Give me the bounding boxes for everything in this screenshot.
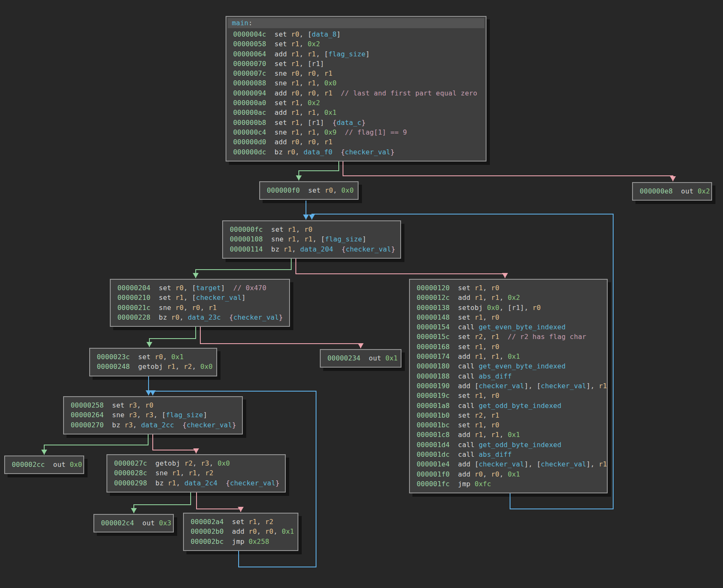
token-r: r0 — [304, 225, 313, 233]
token-i: 0x0 — [324, 79, 337, 87]
token-p: ] — [242, 294, 246, 302]
basic-block-00000258[interactable]: 00000258 set r3, r000000264 sne r3, r3, … — [63, 396, 243, 434]
token-m: jmp — [458, 480, 474, 488]
token-i: 0x9 — [324, 128, 337, 136]
basic-block-0000023c[interactable]: 0000023c set r0, 0x100000248 getobj r1, … — [89, 348, 217, 376]
basic-block-000002a4[interactable]: 000002a4 set r1, r2000002b0 add r0, r0, … — [183, 513, 298, 551]
token-p: ], [ — [524, 460, 541, 468]
instruction-line: 000002a4 set r1, r2 — [184, 517, 298, 527]
token-p — [450, 294, 458, 302]
token-p — [266, 69, 275, 77]
token-i: 0x2 — [698, 187, 710, 195]
token-r: r0 — [291, 89, 300, 97]
instruction-line: 00000070 set r1, [r1] — [226, 59, 486, 69]
instruction-line: 0000015c set r2, r1 // r2 has flag char — [410, 332, 607, 342]
token-r: r2 — [205, 469, 213, 477]
basic-block-000002cc[interactable]: 000002cc out 0x0 — [4, 456, 84, 474]
basic-block-main[interactable]: main:0000004c set r0, [data_8]00000058 s… — [226, 16, 486, 162]
instruction-line: 00000138 setobj 0x0, [r1], r0 — [410, 303, 607, 313]
token-p: , — [500, 470, 508, 478]
instruction-line: 00000154 call get_even_byte_indexed — [410, 322, 607, 332]
instruction-line: 00000064 add r1, r1, [flag_size] — [226, 49, 486, 59]
token-p — [147, 479, 156, 487]
instruction-address: 000000a0 — [233, 99, 266, 107]
token-p — [450, 431, 458, 439]
token-p: , — [137, 401, 145, 409]
instruction-address: 000000b8 — [233, 119, 266, 127]
instruction-line: 000000fc set r1, r0 — [223, 225, 400, 234]
instruction-line: 000001a8 call get_odd_byte_indexed — [410, 401, 607, 411]
instruction-line: 000000b8 set r1, [r1] {data_c} — [226, 118, 486, 127]
token-r: r2 — [475, 411, 483, 419]
instruction-line: 0000021c sne r0, r0, r1 — [111, 303, 289, 313]
token-r: r0 — [475, 470, 483, 478]
token-b: } — [391, 148, 395, 156]
token-m: sne — [274, 128, 291, 136]
instruction-line: 000001b0 set r2, r1 — [410, 411, 607, 420]
token-r: r0 — [145, 401, 154, 409]
basic-block-00000120[interactable]: 00000120 set r1, r00000012c add r1, r1, … — [409, 279, 608, 493]
token-s: abs_diff — [479, 372, 512, 380]
token-r: r1 — [491, 431, 500, 439]
basic-block-0000027c[interactable]: 0000027c getobj r2, r3, 0x00000028c sne … — [106, 454, 286, 493]
token-b: } — [232, 421, 237, 429]
basic-block-00000204[interactable]: 00000204 set r0, [target] // 0x470000002… — [110, 279, 290, 327]
token-m: set — [458, 284, 474, 292]
token-r: r1 — [291, 109, 300, 117]
token-r: r1 — [475, 284, 483, 292]
token-r: r1 — [324, 69, 332, 77]
token-m: call — [458, 362, 478, 370]
token-s: get_even_byte_indexed — [479, 362, 566, 370]
token-p: ], [ — [524, 382, 541, 390]
token-p: ] — [337, 30, 341, 38]
token-m: set — [271, 225, 287, 233]
basic-block-000002c4[interactable]: 000002c4 out 0x3 — [93, 514, 174, 532]
token-r: r1 — [324, 89, 332, 97]
instruction-line: 00000094 add r0, r0, r1 // last and firs… — [226, 88, 486, 98]
token-p: , — [299, 50, 308, 58]
token-r: r1 — [475, 352, 483, 360]
token-r: r1 — [308, 79, 316, 87]
instruction-address: 0000004c — [233, 30, 266, 38]
token-p — [450, 284, 458, 292]
token-m: set — [159, 284, 175, 292]
token-m: set — [274, 119, 291, 127]
token-m: setobj — [458, 304, 487, 312]
token-b: } — [391, 245, 396, 253]
token-s: get_odd_byte_indexed — [479, 441, 562, 449]
token-s: data_f0 — [303, 148, 332, 156]
token-m: set — [458, 313, 474, 321]
token-p — [450, 333, 458, 341]
token-m: call — [458, 372, 478, 380]
token-p: , — [257, 527, 265, 535]
basic-block-000000f0[interactable]: 000000f0 set r0, 0x0 — [259, 181, 359, 200]
token-i: 0x1 — [324, 109, 337, 117]
token-p — [224, 518, 232, 526]
token-r: r1 — [599, 460, 607, 468]
token-r: r1 — [491, 333, 500, 341]
token-m: set — [274, 60, 291, 68]
token-r: r1 — [304, 235, 313, 243]
token-p: , [r1] — [299, 119, 332, 127]
token-r: r0 — [491, 313, 500, 321]
token-i: 0x258 — [249, 538, 269, 546]
token-s: checker_val — [230, 479, 275, 487]
token-m: sne — [112, 411, 128, 419]
token-p: , — [500, 352, 508, 360]
token-p: , — [316, 79, 324, 87]
token-p: , — [483, 470, 491, 478]
token-i: 0xfc — [475, 480, 491, 488]
instruction-line: 000001d4 call get_odd_byte_indexed — [410, 440, 607, 450]
instruction-address: 00000070 — [233, 60, 266, 68]
token-r: r1 — [175, 294, 184, 302]
token-m: out — [142, 519, 159, 527]
instruction-address: 00000094 — [233, 89, 266, 97]
token-m: set — [458, 343, 474, 351]
basic-block-00000234[interactable]: 00000234 out 0x1 — [320, 349, 401, 368]
token-r: r2 — [265, 518, 274, 526]
token-s: checker_val — [541, 460, 586, 468]
basic-block-000000fc[interactable]: 000000fc set r1, r000000108 sne r1, r1, … — [222, 220, 401, 259]
instruction-line: 00000180 call get_even_byte_indexed — [410, 361, 607, 371]
basic-block-000000e8[interactable]: 000000e8 out 0x2 — [632, 182, 712, 201]
token-s: checker_val — [196, 294, 242, 302]
